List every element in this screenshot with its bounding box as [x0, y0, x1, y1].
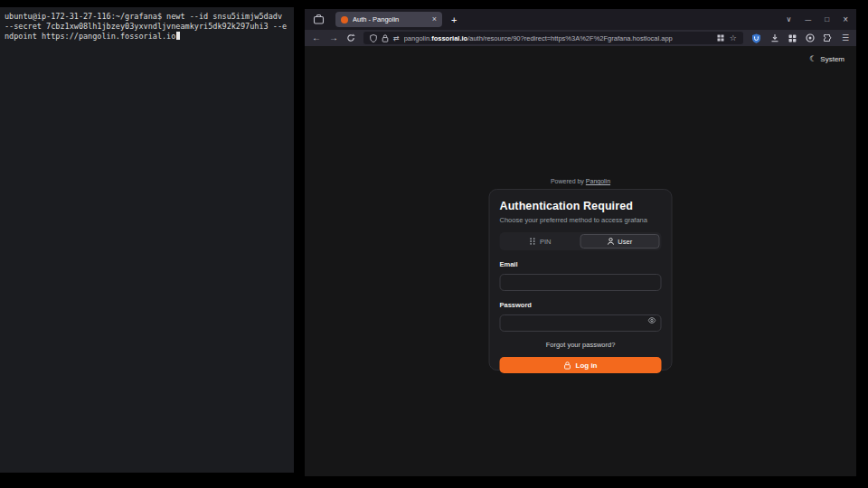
- user-icon: [607, 238, 614, 245]
- ublock-origin-icon[interactable]: [751, 33, 761, 43]
- tab-pin[interactable]: PIN: [502, 234, 580, 249]
- navigation-bar: ← → ⇄ pangolin.fossorial.io/auth/resourc…: [305, 30, 856, 46]
- permissions-swap-icon[interactable]: ⇄: [393, 34, 400, 42]
- url-path: /auth/resource/90?redirect=https%3A%2F%2…: [467, 34, 673, 42]
- pangolin-favicon-icon: [341, 16, 348, 23]
- email-field[interactable]: [500, 274, 662, 291]
- card-title: Authentication Required: [500, 200, 662, 212]
- url-bar[interactable]: ⇄ pangolin.fossorial.io/auth/resource/90…: [363, 32, 743, 44]
- browser-window: Auth - Pangolin × + ∨ — □ × ← → ⇄ pangol…: [305, 9, 856, 476]
- window-close-button[interactable]: ×: [843, 14, 848, 24]
- theme-toggle-label: System: [820, 55, 844, 63]
- extensions-puzzle-icon[interactable]: [824, 33, 833, 42]
- tab-user[interactable]: User: [580, 234, 660, 249]
- url-prefix: pangolin.: [404, 34, 431, 42]
- forgot-password-link[interactable]: Forgot your password?: [500, 341, 662, 349]
- downloads-icon[interactable]: [770, 33, 779, 42]
- terminal-window[interactable]: ubuntu@ip-172-31-27-116:~/grafana$ newt …: [0, 7, 294, 473]
- password-field[interactable]: [500, 314, 662, 332]
- list-tabs-chevron-icon[interactable]: ∨: [786, 15, 791, 23]
- tab-user-label: User: [618, 238, 632, 246]
- show-password-eye-icon[interactable]: [648, 317, 656, 324]
- lock-icon[interactable]: [382, 34, 389, 42]
- tab-pin-label: PIN: [540, 238, 552, 246]
- login-button-label: Log in: [576, 361, 598, 370]
- auth-method-tabs: PIN User: [500, 232, 662, 250]
- maximize-button[interactable]: □: [825, 15, 829, 23]
- minimize-button[interactable]: —: [805, 16, 811, 23]
- tab-title: Auth - Pangolin: [353, 15, 428, 23]
- terminal-line: ubuntu@ip-172-31-27-116:~/grafana$ newt …: [5, 12, 289, 22]
- tracking-protection-shield-icon[interactable]: [370, 34, 377, 42]
- extension-circle-icon[interactable]: [806, 33, 815, 42]
- card-subtitle: Choose your preferred method to access g…: [500, 216, 662, 224]
- terminal-line: ndpoint https://pangolin.fossorial.io: [5, 32, 289, 42]
- forward-button[interactable]: →: [329, 33, 338, 42]
- login-button[interactable]: Log in: [500, 357, 662, 373]
- page-content: ☾ System Powered by Pangolin Authenticat…: [305, 46, 856, 476]
- powered-by-text: Powered by: [551, 178, 584, 184]
- powered-by: Powered by Pangolin: [305, 178, 856, 184]
- window-controls: ∨ — □ ×: [786, 14, 848, 24]
- tab-bar: Auth - Pangolin × + ∨ — □ ×: [305, 9, 856, 30]
- reload-button[interactable]: [346, 33, 355, 42]
- terminal-line: --secret 7cbz1xw08lh1jbzey03yxvndljvneam…: [5, 22, 289, 32]
- new-tab-button[interactable]: +: [451, 14, 457, 25]
- urlbar-right-icons: ☆: [717, 33, 737, 42]
- url-text: pangolin.fossorial.io/auth/resource/90?r…: [404, 34, 712, 42]
- auth-card: Authentication Required Choose your pref…: [489, 189, 673, 371]
- menu-hamburger-icon[interactable]: ☰: [842, 33, 849, 42]
- email-label: Email: [500, 260, 662, 268]
- pangolin-link[interactable]: Pangolin: [586, 178, 610, 184]
- moon-icon: ☾: [809, 54, 816, 63]
- firefox-view-icon[interactable]: [313, 14, 325, 25]
- url-host: fossorial.io: [431, 34, 467, 42]
- back-button[interactable]: ←: [312, 33, 321, 42]
- theme-toggle[interactable]: ☾ System: [809, 54, 844, 63]
- tab-close-icon[interactable]: ×: [432, 15, 437, 23]
- shortcuts-grid-icon[interactable]: [717, 34, 724, 42]
- bookmark-star-icon[interactable]: ☆: [730, 33, 737, 42]
- toolbar-extensions: ☰: [751, 33, 849, 43]
- keypad-icon: [530, 238, 536, 245]
- login-lock-icon: [564, 361, 571, 370]
- password-label: Password: [500, 301, 662, 309]
- terminal-cursor: [176, 32, 180, 40]
- tab-auth-pangolin[interactable]: Auth - Pangolin ×: [335, 12, 442, 27]
- terminal-line-text: ndpoint https://pangolin.fossorial.io: [5, 32, 175, 41]
- containers-grid-icon[interactable]: [788, 34, 797, 42]
